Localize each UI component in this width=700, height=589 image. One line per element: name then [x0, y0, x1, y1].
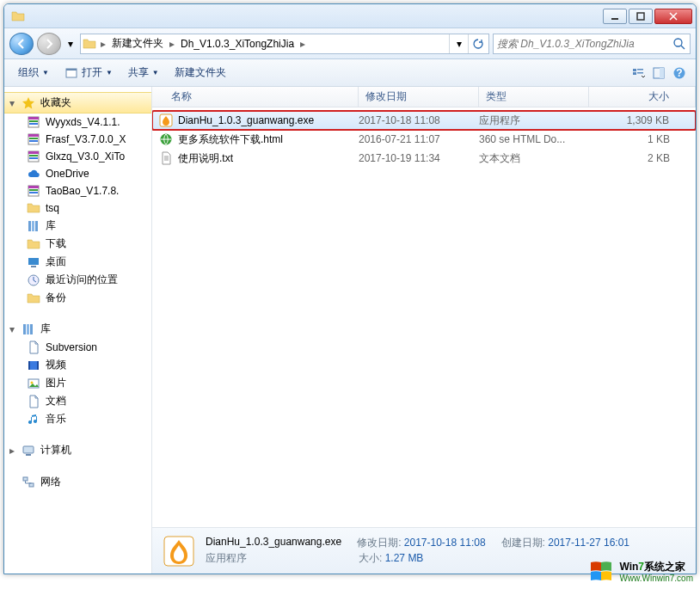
- sidebar-item[interactable]: 图片: [4, 374, 151, 392]
- details-filetype: 应用程序: [206, 551, 247, 566]
- svg-rect-8: [637, 72, 643, 74]
- folder-icon: [83, 37, 96, 51]
- svg-rect-24: [29, 157, 38, 159]
- collapse-icon[interactable]: ▾: [8, 325, 16, 334]
- sidebar-item[interactable]: 视频: [4, 356, 151, 374]
- breadcrumb-sep[interactable]: ▸: [298, 38, 308, 50]
- col-date[interactable]: 修改日期: [359, 87, 479, 107]
- svg-rect-31: [35, 221, 38, 231]
- back-button[interactable]: [9, 33, 34, 55]
- svg-rect-37: [30, 324, 33, 334]
- refresh-button[interactable]: [468, 34, 487, 53]
- help-button[interactable]: ?: [670, 64, 689, 83]
- sidebar-item[interactable]: tsq: [4, 199, 151, 217]
- col-name[interactable]: 名称: [152, 87, 359, 107]
- column-headers: 名称 修改日期 类型 大小: [152, 87, 696, 107]
- svg-rect-23: [29, 155, 38, 156]
- forward-button[interactable]: [37, 33, 61, 55]
- details-cdate: 2017-11-27 16:01: [548, 537, 629, 549]
- sidebar-group-network: 网络: [4, 472, 151, 492]
- svg-rect-29: [28, 221, 31, 231]
- svg-rect-7: [637, 69, 643, 71]
- file-type: 文本文档: [479, 151, 589, 166]
- svg-rect-14: [28, 117, 39, 120]
- details-mdate: 2017-10-18 11:08: [404, 537, 486, 549]
- collapse-icon[interactable]: ▾: [8, 99, 16, 107]
- search-icon[interactable]: [672, 37, 686, 51]
- sidebar-item-label: 最近访问的位置: [46, 273, 118, 287]
- col-size[interactable]: 大小: [589, 87, 696, 107]
- sidebar-item[interactable]: 库: [4, 217, 151, 235]
- expand-icon[interactable]: ▸: [8, 446, 16, 455]
- file-size: 1 KB: [589, 133, 696, 145]
- sidebar-item-label: 图片: [46, 376, 66, 390]
- file-list[interactable]: DianHu_1.0.3_guanwang.exe2017-10-18 11:0…: [152, 107, 696, 527]
- breadcrumb-sep[interactable]: ▸: [98, 38, 108, 50]
- address-dropdown[interactable]: ▾: [449, 34, 468, 53]
- sidebar-item[interactable]: Wyyxds_V4.1.1.: [4, 114, 151, 131]
- file-date: 2016-07-21 11:07: [359, 133, 479, 145]
- svg-rect-44: [26, 454, 31, 456]
- details-mdate-label: 修改日期:: [357, 537, 401, 549]
- sidebar-item[interactable]: 桌面: [4, 253, 151, 271]
- sidebar-item-label: TaoBao_V1.7.8.: [46, 185, 119, 197]
- sidebar-item-label: 桌面: [46, 255, 66, 269]
- file-type: 应用程序: [479, 114, 589, 128]
- sidebar-item[interactable]: Subversion: [4, 339, 151, 356]
- svg-rect-15: [29, 120, 38, 122]
- maximize-button[interactable]: [629, 9, 653, 24]
- svg-rect-40: [37, 361, 39, 370]
- address-bar[interactable]: ▸ 新建文件夹 ▸ Dh_V1.0.3_XiTongZhiJia ▸ ▾: [80, 34, 489, 54]
- open-icon: [64, 66, 78, 80]
- sidebar-item[interactable]: Glxzq_V3.0_XiTo: [4, 148, 151, 165]
- content-pane: 名称 修改日期 类型 大小 DianHu_1.0.3_guanwang.exe2…: [152, 87, 696, 574]
- sidebar-label: 网络: [40, 475, 61, 489]
- sidebar-item-label: OneDrive: [46, 168, 89, 180]
- view-options-button[interactable]: [629, 64, 648, 83]
- sidebar-item[interactable]: 音乐: [4, 410, 151, 428]
- new-folder-button[interactable]: 新建文件夹: [168, 63, 233, 83]
- svg-rect-20: [29, 140, 38, 142]
- table-row[interactable]: 使用说明.txt2017-10-19 11:34文本文档2 KB: [152, 149, 696, 168]
- minimize-button[interactable]: [603, 9, 627, 24]
- sidebar-item-label: Frasf_V3.7.0.0_X: [46, 133, 126, 145]
- sidebar-head-libraries[interactable]: ▾ 库: [4, 319, 151, 339]
- organize-button[interactable]: 组织▼: [11, 63, 56, 83]
- sidebar[interactable]: ▾ 收藏夹 Wyyxds_V4.1.1.Frasf_V3.7.0.0_XGlxz…: [4, 87, 152, 574]
- sidebar-head-favorites[interactable]: ▾ 收藏夹: [4, 92, 151, 114]
- history-dropdown[interactable]: ▾: [64, 33, 77, 55]
- sidebar-item-label: 文档: [46, 394, 66, 408]
- sidebar-item[interactable]: 最近访问的位置: [4, 271, 151, 289]
- file-name: DianHu_1.0.3_guanwang.exe: [178, 114, 314, 126]
- sidebar-item[interactable]: 下载: [4, 235, 151, 253]
- library-icon: [21, 322, 35, 336]
- sidebar-head-computer[interactable]: ▸ 计算机: [4, 440, 151, 460]
- sidebar-item-label: 音乐: [46, 412, 66, 426]
- close-button[interactable]: [654, 9, 692, 24]
- sidebar-item[interactable]: 备份: [4, 289, 151, 307]
- search-box[interactable]: [493, 34, 691, 54]
- open-button[interactable]: 打开▼: [58, 63, 120, 83]
- body: ▾ 收藏夹 Wyyxds_V4.1.1.Frasf_V3.7.0.0_XGlxz…: [4, 87, 696, 574]
- table-row[interactable]: 更多系统软件下载.html2016-07-21 11:07360 se HTML…: [152, 130, 696, 149]
- sidebar-item-label: 备份: [46, 291, 66, 305]
- sidebar-item[interactable]: OneDrive: [4, 165, 151, 182]
- details-cdate-label: 创建日期:: [501, 537, 545, 549]
- breadcrumb[interactable]: Dh_V1.0.3_XiTongZhiJia: [177, 35, 298, 52]
- sidebar-head-network[interactable]: 网络: [4, 472, 151, 492]
- breadcrumb-sep[interactable]: ▸: [167, 38, 177, 50]
- sidebar-item[interactable]: 文档: [4, 392, 151, 410]
- svg-rect-4: [66, 69, 77, 71]
- svg-rect-27: [29, 189, 38, 191]
- file-date: 2017-10-18 11:08: [359, 114, 479, 126]
- table-row[interactable]: DianHu_1.0.3_guanwang.exe2017-10-18 11:0…: [152, 111, 696, 130]
- share-button[interactable]: 共享▼: [121, 63, 166, 83]
- search-input[interactable]: [497, 38, 672, 50]
- sidebar-item[interactable]: Frasf_V3.7.0.0_X: [4, 131, 151, 148]
- breadcrumb[interactable]: 新建文件夹: [108, 35, 167, 52]
- col-type[interactable]: 类型: [479, 87, 589, 107]
- svg-point-2: [674, 39, 682, 46]
- sidebar-item-label: tsq: [46, 202, 59, 214]
- preview-pane-button[interactable]: [649, 64, 668, 83]
- sidebar-item[interactable]: TaoBao_V1.7.8.: [4, 182, 151, 199]
